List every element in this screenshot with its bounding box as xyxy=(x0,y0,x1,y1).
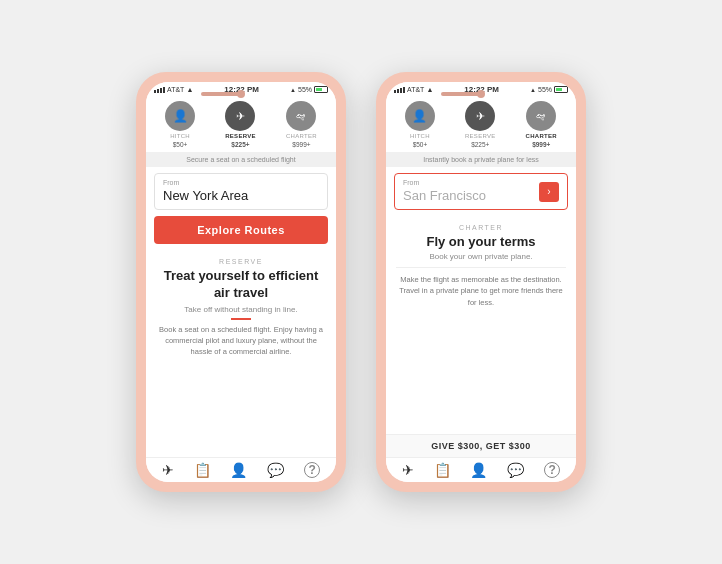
location-icon-charter: ▲ xyxy=(530,87,536,93)
nav-bookings-icon-charter[interactable]: 📋 xyxy=(434,462,451,478)
phone-reserve-screen: AT&T ▲ 12:22 PM ▲ 55% 👤 HITCH $50+ xyxy=(146,82,336,482)
nav-profile-icon[interactable]: 👤 xyxy=(230,462,247,478)
from-label-charter: From xyxy=(403,179,486,186)
charter-icon: 🛩 xyxy=(286,101,316,131)
reserve-label-charter: RESERVE xyxy=(465,133,496,139)
nav-profile-icon-charter[interactable]: 👤 xyxy=(470,462,487,478)
charter-divider-line xyxy=(396,267,566,268)
hitch-label-charter: HITCH xyxy=(410,133,430,139)
wifi-icon-charter: ▲ xyxy=(426,86,433,93)
flight-tabs-charter: 👤 HITCH $50+ ✈ RESERVE $225+ 🛩 CHARTER $… xyxy=(386,95,576,152)
bottom-nav-charter: ✈ 📋 👤 💬 ? xyxy=(386,457,576,482)
nav-messages-icon[interactable]: 💬 xyxy=(267,462,284,478)
reserve-icon-charter: ✈ xyxy=(465,101,495,131)
phone-charter-screen: AT&T ▲ 12:22 PM ▲ 55% 👤 HITCH $50+ xyxy=(386,82,576,482)
hitch-icon-charter: 👤 xyxy=(405,101,435,131)
from-label: From xyxy=(163,179,319,186)
search-area-charter: From San Francisco › xyxy=(386,167,576,216)
reserve-label: RESERVE xyxy=(225,133,256,139)
phone-charter: AT&T ▲ 12:22 PM ▲ 55% 👤 HITCH $50+ xyxy=(376,72,586,492)
tab-charter-reserve[interactable]: 🛩 CHARTER $999+ xyxy=(286,101,317,148)
content-area-reserve: RESERVE Treat yourself to efficient air … xyxy=(146,250,336,457)
tab-reserve-charter[interactable]: ✈ RESERVE $225+ xyxy=(465,101,496,148)
section-title-reserve: Treat yourself to efficient air travel xyxy=(156,268,326,302)
charter-label: CHARTER xyxy=(286,133,317,139)
phones-container: AT&T ▲ 12:22 PM ▲ 55% 👤 HITCH $50+ xyxy=(116,52,606,512)
status-right-charter: ▲ 55% xyxy=(530,86,568,93)
battery-icon xyxy=(314,86,328,93)
hitch-icon: 👤 xyxy=(165,101,195,131)
charter-icon-charter: 🛩 xyxy=(526,101,556,131)
from-search-box[interactable]: From New York Area xyxy=(154,173,328,210)
charter-content-area: CHARTER Fly on your terms Book your own … xyxy=(386,216,576,434)
tab-hitch-reserve[interactable]: 👤 HITCH $50+ xyxy=(165,101,195,148)
charter-price: $999+ xyxy=(292,141,310,148)
nav-flights-icon-charter[interactable]: ✈ xyxy=(402,462,414,478)
nav-messages-icon-charter[interactable]: 💬 xyxy=(507,462,524,478)
carrier-label: AT&T xyxy=(167,86,184,93)
nav-help-icon[interactable]: ? xyxy=(304,462,320,478)
status-right: ▲ 55% xyxy=(290,86,328,93)
bottom-nav-reserve: ✈ 📋 👤 💬 ? xyxy=(146,457,336,482)
signal-icon xyxy=(154,87,165,93)
tab-hitch-charter[interactable]: 👤 HITCH $50+ xyxy=(405,101,435,148)
battery-icon-charter xyxy=(554,86,568,93)
divider-text-reserve: Secure a seat on a scheduled flight xyxy=(146,152,336,167)
signal-icon-charter xyxy=(394,87,405,93)
battery-label: 55% xyxy=(298,86,312,93)
time-label-charter: 12:22 PM xyxy=(464,85,499,94)
section-subtitle-reserve: Take off without standing in line. xyxy=(156,305,326,314)
promo-banner: GIVE $300, GET $300 xyxy=(386,434,576,457)
status-bar-reserve: AT&T ▲ 12:22 PM ▲ 55% xyxy=(146,82,336,95)
wifi-icon: ▲ xyxy=(186,86,193,93)
hitch-price: $50+ xyxy=(173,141,188,148)
location-icon: ▲ xyxy=(290,87,296,93)
nav-bookings-icon[interactable]: 📋 xyxy=(194,462,211,478)
section-body-reserve: Book a seat on a scheduled flight. Enjoy… xyxy=(156,324,326,358)
nav-flights-icon[interactable]: ✈ xyxy=(162,462,174,478)
tab-charter-charter[interactable]: 🛩 CHARTER $999+ xyxy=(526,101,557,148)
charter-section-body: Make the flight as memorable as the dest… xyxy=(396,274,566,308)
hitch-label: HITCH xyxy=(170,133,190,139)
reserve-price-charter: $225+ xyxy=(471,141,489,148)
nav-help-icon-charter[interactable]: ? xyxy=(544,462,560,478)
status-bar-charter: AT&T ▲ 12:22 PM ▲ 55% xyxy=(386,82,576,95)
search-arrow-button[interactable]: › xyxy=(539,182,559,202)
phone-reserve: AT&T ▲ 12:22 PM ▲ 55% 👤 HITCH $50+ xyxy=(136,72,346,492)
divider-text-charter: Instantly book a private plane for less xyxy=(386,152,576,167)
battery-label-charter: 55% xyxy=(538,86,552,93)
red-divider-reserve xyxy=(231,318,251,320)
flight-tabs-reserve: 👤 HITCH $50+ ✈ RESERVE $225+ 🛩 CHARTER $… xyxy=(146,95,336,152)
charter-section-title: Fly on your terms xyxy=(396,234,566,249)
search-input-group: From San Francisco xyxy=(403,179,486,204)
status-left: AT&T ▲ xyxy=(154,86,193,93)
search-area-reserve: From New York Area Explore Routes xyxy=(146,167,336,250)
hitch-price-charter: $50+ xyxy=(413,141,428,148)
carrier-label-charter: AT&T xyxy=(407,86,424,93)
charter-section-label: CHARTER xyxy=(396,224,566,231)
reserve-icon: ✈ xyxy=(225,101,255,131)
from-placeholder-charter: San Francisco xyxy=(403,188,486,203)
charter-label-charter: CHARTER xyxy=(526,133,557,139)
section-label-reserve: RESERVE xyxy=(156,258,326,265)
from-value: New York Area xyxy=(163,188,248,203)
reserve-price: $225+ xyxy=(231,141,249,148)
time-label: 12:22 PM xyxy=(224,85,259,94)
charter-price-charter: $999+ xyxy=(532,141,550,148)
tab-reserve-reserve[interactable]: ✈ RESERVE $225+ xyxy=(225,101,256,148)
charter-section-sub: Book your own private plane. xyxy=(396,252,566,261)
from-search-box-charter[interactable]: From San Francisco › xyxy=(394,173,568,210)
explore-routes-button[interactable]: Explore Routes xyxy=(154,216,328,244)
status-left-charter: AT&T ▲ xyxy=(394,86,433,93)
